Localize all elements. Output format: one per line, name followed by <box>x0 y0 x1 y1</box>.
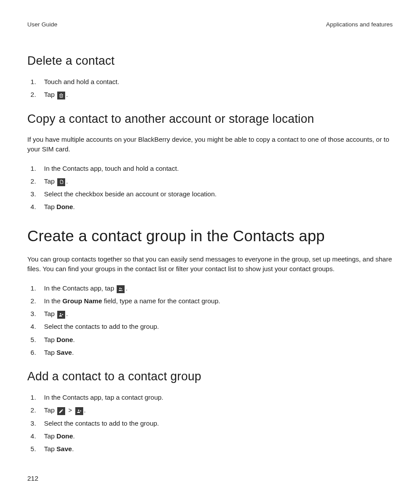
text: Tap <box>44 445 56 452</box>
add-step-5: Tap Save. <box>38 444 393 454</box>
heading-add: Add a contact to a contact group <box>27 370 393 383</box>
done-label: Done <box>56 203 73 210</box>
done-label: Done <box>56 336 73 343</box>
save-label: Save <box>56 349 72 356</box>
text: In the <box>44 297 63 305</box>
page-header: User Guide Applications and features <box>27 21 393 28</box>
text: . <box>72 349 74 356</box>
copy-step-2: Tap . <box>38 176 393 186</box>
text: Tap <box>44 91 56 98</box>
heading-copy: Copy a contact to another account or sto… <box>27 112 393 126</box>
text: . <box>73 432 75 440</box>
text: . <box>84 406 86 414</box>
add-person-icon <box>57 311 65 319</box>
copy-icon <box>57 178 65 186</box>
create-step-3: Tap . <box>38 309 393 319</box>
heading-create: Create a contact group in the Contacts a… <box>27 227 393 245</box>
text: . <box>66 310 68 317</box>
text: Tap <box>44 432 56 440</box>
text: Tap <box>44 203 56 210</box>
text: . <box>66 177 68 185</box>
delete-step-2: Tap . <box>38 89 393 99</box>
create-step-4: Select the contacts to add to the group. <box>38 321 393 331</box>
text: Tap <box>44 336 56 343</box>
text: Tap <box>44 177 56 185</box>
header-left: User Guide <box>27 21 57 28</box>
done-label: Done <box>56 432 73 440</box>
copy-intro: If you have multiple accounts on your Bl… <box>27 135 393 155</box>
header-right: Applications and features <box>326 21 393 28</box>
page-number: 212 <box>27 475 38 482</box>
svg-point-3 <box>77 410 79 411</box>
trash-icon <box>57 92 65 99</box>
text: In the Contacts app, tap <box>44 284 116 292</box>
copy-step-4: Tap Done. <box>38 202 393 212</box>
save-label: Save <box>56 445 72 452</box>
text: Tap <box>44 406 56 414</box>
page: User Guide Applications and features Del… <box>0 0 420 504</box>
list-add: In the Contacts app, tap a contact group… <box>27 392 393 454</box>
edit-icon <box>57 407 65 415</box>
group-icon <box>117 285 125 293</box>
add-step-4: Tap Done. <box>38 431 393 441</box>
svg-point-2 <box>60 313 61 314</box>
create-step-2: In the Group Name field, type a name for… <box>38 296 393 306</box>
add-step-1: In the Contacts app, tap a contact group… <box>38 392 393 402</box>
text: . <box>73 336 75 343</box>
add-step-2: Tap >. <box>38 405 393 416</box>
text: . <box>72 445 74 452</box>
text: Tap <box>44 310 56 317</box>
add-step-3: Select the contacts to add to the group. <box>38 418 393 428</box>
text: . <box>125 284 127 292</box>
text: . <box>66 91 68 98</box>
svg-point-0 <box>119 287 121 289</box>
list-create: In the Contacts app, tap . In the Group … <box>27 283 393 358</box>
create-intro: You can group contacts together so that … <box>27 254 393 274</box>
add-person-icon <box>75 407 83 415</box>
text: Tap <box>44 349 56 356</box>
text: field, type a name for the contact group… <box>102 297 221 305</box>
copy-step-1: In the Contacts app, touch and hold a co… <box>38 163 393 173</box>
chevron-right-icon: > <box>68 406 72 416</box>
text: . <box>73 203 75 210</box>
svg-point-1 <box>121 288 122 289</box>
delete-step-1: Touch and hold a contact. <box>38 77 393 87</box>
create-step-5: Tap Done. <box>38 335 393 345</box>
create-step-1: In the Contacts app, tap . <box>38 283 393 293</box>
group-name-label: Group Name <box>63 297 102 305</box>
heading-delete: Delete a contact <box>27 54 393 68</box>
create-step-6: Tap Save. <box>38 347 393 357</box>
list-delete: Touch and hold a contact. Tap . <box>27 77 393 100</box>
copy-step-3: Select the checkbox beside an account or… <box>38 189 393 199</box>
list-copy: In the Contacts app, touch and hold a co… <box>27 163 393 212</box>
